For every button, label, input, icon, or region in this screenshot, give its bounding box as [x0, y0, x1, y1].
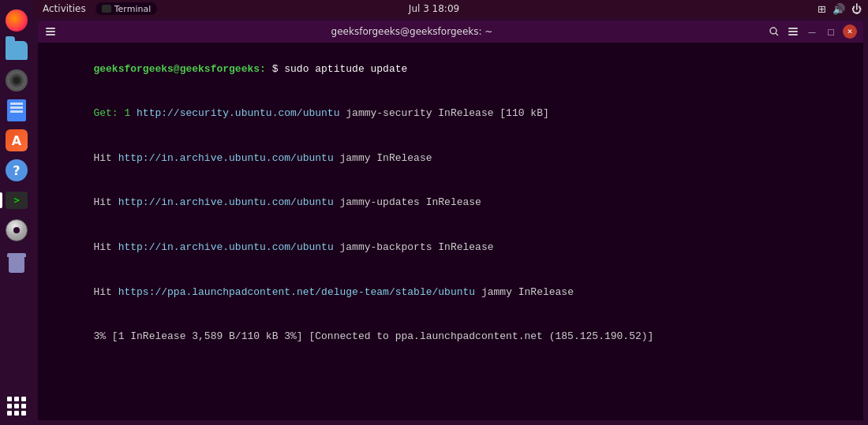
terminal-progress: 3% [1 InRelease 3,589 B/110 kB 3%] [Conn… — [93, 330, 653, 342]
titlebar-right: — □ ✕ — [767, 24, 857, 39]
terminal-text-4: jammy-backports InRelease — [334, 241, 494, 253]
docs-icon — [7, 99, 26, 121]
terminal-command: sudo aptitude update — [284, 63, 407, 75]
hamburger-menu-icon[interactable] — [786, 24, 800, 39]
svg-rect-0 — [46, 28, 55, 29]
terminal-line-prompt: geeksforgeeks@geeksforgeeks: $ sudo apti… — [44, 47, 857, 92]
window-pill-text: Terminal — [114, 4, 152, 14]
terminal-window: geeksforgeeks@geeksforgeeks: ~ — □ ✕ gee… — [38, 21, 863, 420]
search-icon[interactable] — [767, 24, 781, 39]
top-bar-right: ⊞ 🔊 ⏻ — [817, 3, 862, 15]
terminal-line-5: Hit https://ppa.launchpadcontent.net/del… — [44, 270, 857, 315]
terminal-hit-4: Hit — [93, 286, 118, 298]
firefox-icon — [6, 9, 28, 32]
terminal-hit-1: Hit — [93, 152, 118, 164]
sound-icon[interactable]: 🔊 — [832, 3, 845, 15]
software-icon — [6, 129, 28, 151]
titlebar-left — [44, 25, 57, 38]
terminal-menu-icon[interactable] — [44, 25, 57, 38]
show-apps-button[interactable] — [2, 392, 31, 420]
files-icon — [6, 41, 28, 60]
activities-button[interactable]: Activities — [39, 2, 89, 16]
terminal-body[interactable]: geeksforgeeks@geeksforgeeks: $ sudo apti… — [38, 43, 863, 420]
terminal-text-3: jammy-updates InRelease — [334, 196, 481, 208]
sidebar-item-trash[interactable] — [2, 249, 31, 278]
terminal-hit-3: Hit — [93, 241, 118, 253]
terminal-url-1: http://security.ubuntu.com/ubuntu — [137, 107, 339, 119]
sidebar-item-software[interactable] — [2, 126, 31, 155]
sidebar-item-files[interactable] — [2, 36, 31, 65]
power-icon[interactable]: ⏻ — [851, 3, 862, 15]
svg-rect-7 — [788, 34, 798, 35]
terminal-title: geeksforgeeks@geeksforgeeks: ~ — [331, 26, 493, 37]
minimize-button[interactable]: — — [805, 24, 819, 39]
dvd-icon — [6, 219, 28, 241]
terminal-line-3: Hit http://in.archive.ubuntu.com/ubuntu … — [44, 181, 857, 226]
sidebar-item-firefox[interactable] — [2, 6, 31, 35]
sidebar-item-docs[interactable] — [2, 96, 31, 125]
terminal-text-5: jammy InRelease — [475, 286, 574, 298]
top-bar-center: Jul 3 18:09 — [406, 3, 462, 14]
terminal-line-1: Get: 1 http://security.ubuntu.com/ubuntu… — [44, 92, 857, 137]
terminal-line-2: Hit http://in.archive.ubuntu.com/ubuntu … — [44, 136, 857, 181]
top-bar: Activities Terminal Jul 3 18:09 ⊞ 🔊 ⏻ — [33, 0, 868, 17]
maximize-button[interactable]: □ — [824, 24, 838, 39]
terminal-prompt: geeksforgeeks@geeksforgeeks: — [93, 63, 265, 75]
trash-icon — [7, 253, 26, 274]
terminal-symbol: $ — [266, 63, 284, 75]
terminal-url-2: http://in.archive.ubuntu.com/ubuntu — [118, 152, 334, 164]
svg-rect-5 — [788, 28, 798, 29]
terminal-hit-2: Hit — [93, 196, 118, 208]
sidebar-item-help[interactable]: ? — [2, 156, 31, 185]
terminal-url-5: https://ppa.launchpadcontent.net/deluge-… — [118, 286, 475, 298]
sidebar-item-terminal[interactable] — [2, 186, 31, 214]
svg-line-4 — [776, 33, 778, 35]
svg-rect-6 — [788, 31, 798, 32]
rhythmbox-icon — [6, 69, 28, 91]
close-button[interactable]: ✕ — [843, 24, 857, 39]
terminal-line-4: Hit http://in.archive.ubuntu.com/ubuntu … — [44, 226, 857, 270]
terminal-text-1: jammy-security InRelease [110 kB] — [339, 107, 548, 119]
svg-rect-1 — [46, 31, 55, 32]
main-content: Activities Terminal Jul 3 18:09 ⊞ 🔊 ⏻ ge… — [33, 0, 868, 425]
terminal-titlebar: geeksforgeeks@geeksforgeeks: ~ — □ ✕ — [38, 21, 863, 43]
help-icon: ? — [6, 159, 28, 181]
terminal-text-2: jammy InRelease — [334, 152, 432, 164]
sidebar-item-dvd[interactable] — [2, 216, 31, 244]
display-settings-icon[interactable]: ⊞ — [817, 3, 826, 15]
terminal-url-4: http://in.archive.ubuntu.com/ubuntu — [118, 241, 334, 253]
svg-point-3 — [770, 28, 776, 34]
terminal-get: Get: 1 — [93, 107, 137, 119]
top-bar-left: Activities Terminal — [39, 2, 157, 16]
svg-rect-2 — [46, 34, 55, 35]
apps-grid-icon — [7, 397, 26, 416]
window-pill: Terminal — [95, 2, 158, 15]
terminal-url-3: http://in.archive.ubuntu.com/ubuntu — [118, 196, 334, 208]
terminal-icon — [6, 192, 28, 209]
sidebar-item-rhythmbox[interactable] — [2, 66, 31, 95]
taskbar: ? — [0, 0, 33, 425]
datetime: Jul 3 18:09 — [406, 2, 462, 16]
terminal-line-6: 3% [1 InRelease 3,589 B/110 kB 3%] [Conn… — [44, 315, 857, 360]
window-pill-icon — [102, 5, 111, 13]
